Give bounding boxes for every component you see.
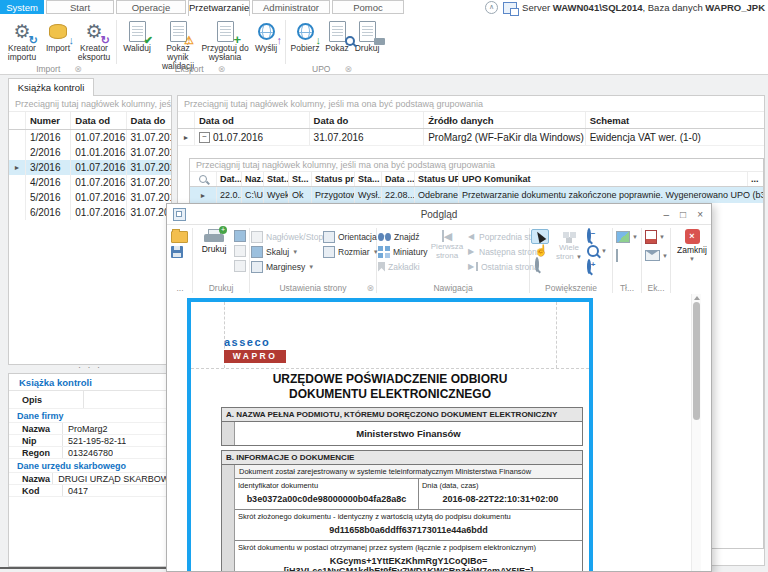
tab-pomoc[interactable]: Pomoc xyxy=(332,0,404,14)
next-page-button[interactable]: ▶Następna strona xyxy=(466,244,528,259)
collapse-group-icon[interactable]: ⊗ xyxy=(366,283,374,293)
table-row[interactable]: 1/2016 01.07.2016 31.07.2016 xyxy=(9,130,171,145)
table-row[interactable]: 6/2016 01.07.2016 31.07.2016 xyxy=(9,205,171,220)
col-data[interactable]: Data ... xyxy=(381,172,414,186)
info-row[interactable]: Kod 0417 xyxy=(9,485,171,497)
minimize-icon[interactable]: – xyxy=(664,209,670,220)
import-button[interactable]: ↓ Import xyxy=(42,18,74,53)
pobierz-button[interactable]: ↓ Pobierz xyxy=(288,18,322,53)
info-row[interactable]: Nazwa DRUGI URZĄD SKARBOWY W TOR xyxy=(9,473,171,485)
col-stat[interactable]: Stat... xyxy=(263,172,288,186)
kreator-importu-button[interactable]: ⚙↻ Kreator importu xyxy=(2,18,42,62)
multiple-pages-button[interactable]: Wiele stron ▼ xyxy=(554,229,584,281)
thumbnails-button[interactable]: Miniatury xyxy=(378,244,428,259)
master-row[interactable]: ► −01.07.2016 31.07.2016 ProMarg2 (WF-Fa… xyxy=(178,129,764,146)
detail-row-selected[interactable]: ► 22.0... C:\U... Wyeks... Ok Przygotowa… xyxy=(190,187,763,203)
margins-button[interactable]: Marginesy▼ xyxy=(251,259,319,274)
col-data-od[interactable]: Data od xyxy=(70,112,125,129)
col-schemat[interactable]: Schemat xyxy=(585,112,764,128)
bookmarks-button[interactable]: Zakładki xyxy=(378,259,428,274)
col-more[interactable]: ... xyxy=(747,172,763,186)
collapse-group-icon[interactable]: ⊗ xyxy=(74,64,82,74)
group-by-hint: Przeciągnij tutaj nagłówek kolumny, jeśl… xyxy=(9,96,171,112)
preview-title-bar[interactable]: Podgląd – □ × xyxy=(167,204,711,225)
panel-splitter[interactable]: · · · xyxy=(8,365,172,373)
more-commands-button[interactable]: ... xyxy=(169,283,191,293)
col-data-od[interactable]: Data od xyxy=(194,112,309,128)
group-by-hint: Przeciągnij tutaj nagłówek kolumny, jeśl… xyxy=(178,96,764,112)
drukuj-button[interactable]: Drukuj xyxy=(352,18,382,53)
previous-page-button[interactable]: ◀Poprzednia strona xyxy=(466,229,528,244)
maximize-icon[interactable]: □ xyxy=(680,209,686,220)
tab-operacje[interactable]: Operacje xyxy=(116,0,186,14)
table-row[interactable]: 4/2016 01.07.2016 31.07.2016 xyxy=(9,175,171,190)
close-icon[interactable]: × xyxy=(697,209,703,220)
tab-administrator[interactable]: Administrator xyxy=(252,0,330,14)
tab-system[interactable]: System xyxy=(0,0,44,14)
texture-button[interactable] xyxy=(616,250,640,261)
col-naz[interactable]: Naz... xyxy=(241,172,263,186)
col-dat[interactable]: Dat... xyxy=(216,172,241,186)
info-row[interactable]: Nazwa ProMarg2 xyxy=(9,423,171,435)
export-group: ▼ ▼ Ek... xyxy=(643,227,669,294)
preview-scrollbar[interactable] xyxy=(691,294,701,571)
header-footer-button[interactable]: Nagłówek/Stopka xyxy=(251,229,319,244)
col-data-do[interactable]: Data do xyxy=(126,112,171,129)
print-button[interactable]: + Drukuj xyxy=(194,227,234,281)
col-sta[interactable]: Sta... xyxy=(354,172,381,186)
tab-przetwarzanie[interactable]: Przetwarzanie xyxy=(188,0,250,16)
document-page[interactable]: asseco WAPRO URZĘDOWE POŚWIADCZENIE ODBI… xyxy=(187,298,593,571)
watermark-button[interactable]: ▼ xyxy=(616,231,640,243)
scale-button[interactable]: Skaluj▼ xyxy=(251,244,319,259)
waliduj-button[interactable]: ✔ Waliduj xyxy=(119,18,155,53)
kreator-eksportu-button[interactable]: ⚙↻ Kreator eksportu xyxy=(74,18,114,62)
orientation-button[interactable]: Orientacja▼ xyxy=(323,229,375,244)
info-row[interactable]: Regon 013246780 xyxy=(9,447,171,459)
tab-start[interactable]: Start xyxy=(46,0,114,14)
col-status-upo[interactable]: Status UPO xyxy=(414,172,458,186)
magnifier-tool-button[interactable] xyxy=(535,259,547,270)
section-b-header: B. INFORMACJE O DOKUMENCIE xyxy=(221,450,583,465)
search-icon[interactable] xyxy=(199,175,207,183)
zoom-in-button[interactable]: + xyxy=(587,261,609,272)
col-upo-komunikat[interactable]: UPO Komunikat xyxy=(458,172,747,186)
scrollbar-thumb[interactable] xyxy=(693,302,700,420)
info-row[interactable]: Nip 521-195-82-11 xyxy=(9,435,171,447)
zoom-out-button[interactable]: − xyxy=(587,230,609,241)
first-page-button[interactable]: ◀ Pierwsza strona xyxy=(430,229,464,281)
hand-tool-button[interactable]: ☝ xyxy=(531,245,551,256)
opis-row[interactable]: Opis xyxy=(9,391,171,409)
size-button[interactable]: Rozmiar▼ xyxy=(323,244,375,259)
collapse-group-icon[interactable]: ⊗ xyxy=(344,64,352,74)
pokaz-button[interactable]: Pokaż xyxy=(322,18,352,53)
last-page-button[interactable]: ▶Ostatnia strona xyxy=(466,259,528,274)
print-dialog-icon[interactable] xyxy=(234,245,246,257)
col-zrodlo[interactable]: Źródło danych xyxy=(423,112,584,128)
col-st[interactable]: St... xyxy=(288,172,311,186)
zoom-level-button[interactable]: ▼ xyxy=(587,245,609,257)
tab-ksiazka-kontroli[interactable]: Książka kontroli xyxy=(8,78,94,96)
wyslij-button[interactable]: ↑ Wyślij xyxy=(249,18,283,53)
save-icon[interactable] xyxy=(171,246,183,258)
print-selection-icon[interactable] xyxy=(234,260,246,272)
table-row[interactable]: 5/2016 01.07.2016 31.07.2016 xyxy=(9,190,171,205)
collapse-group-icon[interactable]: ⊗ xyxy=(218,64,226,74)
pointer-tool-button[interactable] xyxy=(531,229,549,244)
table-row[interactable]: 2/2016 01.01.2016 31.07.2016 xyxy=(9,145,171,160)
close-preview-button[interactable]: × Zamknij ▼ xyxy=(672,229,712,262)
margin-guide xyxy=(556,302,557,368)
find-button[interactable]: Znajdź xyxy=(378,229,428,244)
open-file-icon[interactable] xyxy=(171,231,188,243)
section-dane-firmy: Dane firmy xyxy=(9,409,171,423)
table-row-selected[interactable]: ► 3/2016 01.07.2016 31.07.2016 xyxy=(9,160,171,175)
send-email-button[interactable]: ▼ xyxy=(645,250,669,261)
col-numer[interactable]: Numer xyxy=(25,112,70,129)
export-document-button[interactable]: ▼ xyxy=(645,230,669,244)
quick-print-icon[interactable] xyxy=(234,230,246,242)
przygotuj-do-wyslania-button[interactable]: + Przygotuj do wysłania xyxy=(201,18,249,62)
scroll-up-icon[interactable] xyxy=(694,296,700,300)
col-status-przyg[interactable]: Status przyg... xyxy=(311,172,354,186)
col-data-do[interactable]: Data do xyxy=(309,112,424,128)
collapse-row-icon[interactable]: − xyxy=(199,132,210,143)
collapse-ribbon-icon[interactable]: ∧ xyxy=(485,1,498,14)
